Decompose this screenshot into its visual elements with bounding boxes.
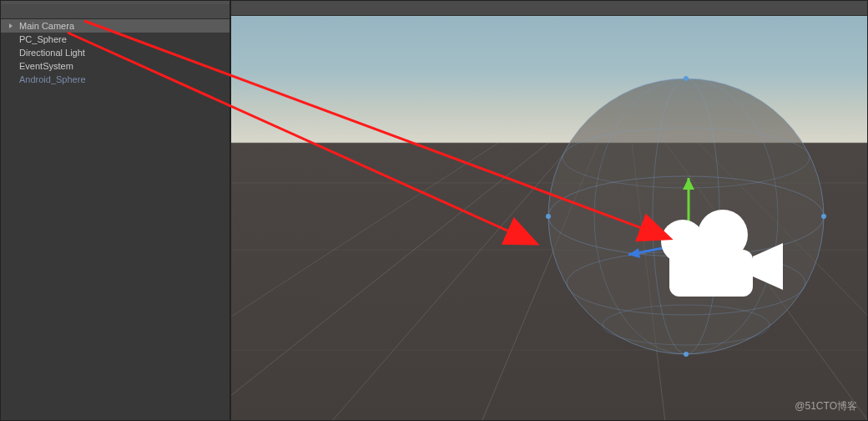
editor-window: Main Camera PC_Sphere Directional Light … bbox=[0, 0, 868, 421]
hierarchy-item-label: EventSystem bbox=[19, 61, 73, 71]
hierarchy-list[interactable]: Main Camera PC_Sphere Directional Light … bbox=[1, 19, 230, 420]
scene-sky bbox=[231, 16, 867, 143]
scene-toolbar[interactable] bbox=[231, 1, 867, 16]
hierarchy-item-android-sphere[interactable]: Android_Sphere bbox=[1, 73, 230, 86]
hierarchy-item-label: Android_Sphere bbox=[19, 74, 86, 84]
scene-viewport[interactable] bbox=[231, 16, 867, 420]
hierarchy-item-label: Directional Light bbox=[19, 48, 85, 58]
hierarchy-item-label: PC_Sphere bbox=[19, 34, 67, 44]
hierarchy-toolbar[interactable] bbox=[1, 4, 230, 19]
hierarchy-item-main-camera[interactable]: Main Camera bbox=[1, 19, 230, 33]
watermark: @51CTO博客 bbox=[795, 399, 857, 413]
hierarchy-panel: Main Camera PC_Sphere Directional Light … bbox=[1, 1, 231, 420]
hierarchy-item-pc-sphere[interactable]: PC_Sphere bbox=[1, 33, 230, 46]
hierarchy-item-eventsystem[interactable]: EventSystem bbox=[1, 59, 230, 73]
scene-ground bbox=[231, 143, 867, 420]
scene-panel bbox=[231, 1, 867, 420]
hierarchy-item-directional-light[interactable]: Directional Light bbox=[1, 46, 230, 59]
hierarchy-item-label: Main Camera bbox=[19, 21, 74, 31]
